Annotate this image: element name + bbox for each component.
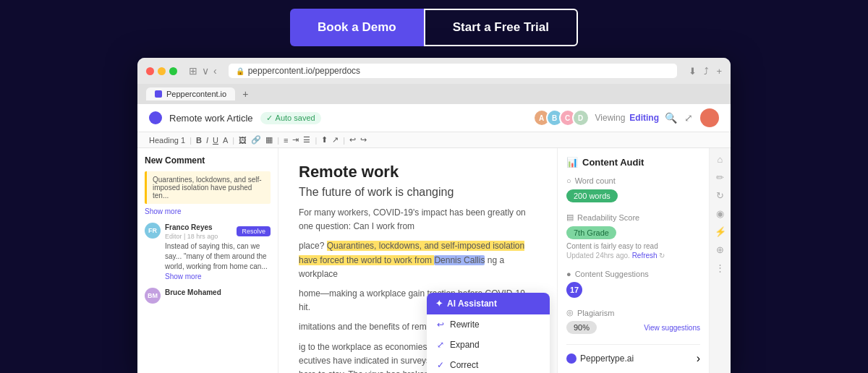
- right-panel-main: 📊 Content Audit ○ Word count 200 words ▤: [558, 148, 709, 373]
- view-suggestions-link[interactable]: View suggestions: [644, 324, 700, 332]
- ai-rewrite-item[interactable]: ↩ Rewrite: [427, 314, 550, 335]
- updated-note: Updated 24hrs ago. Refresh ↻: [566, 252, 700, 260]
- user-avatar[interactable]: [700, 108, 719, 127]
- share-doc-button[interactable]: ↗: [332, 135, 339, 145]
- view-edit-toggle: Viewing Editing: [595, 113, 659, 123]
- suggestions-section: ● Content Suggestions 17: [566, 270, 700, 298]
- strip-home-icon[interactable]: ⌂: [718, 154, 723, 165]
- refresh-link[interactable]: Refresh: [632, 252, 658, 260]
- suggestions-icon: ●: [566, 270, 571, 278]
- active-tab[interactable]: Peppercontent.io: [146, 87, 235, 100]
- search-icon[interactable]: 🔍: [665, 112, 677, 124]
- highlighted-text-blue: Dennis Callis: [434, 255, 485, 265]
- heading-style-selector[interactable]: Heading 1: [149, 136, 185, 145]
- circle-icon: ○: [566, 176, 571, 185]
- avatar-4: D: [572, 109, 590, 127]
- peppertype-row[interactable]: Peppertype.ai ›: [566, 344, 700, 365]
- editing-label[interactable]: Editing: [629, 113, 659, 123]
- strip-edit-icon[interactable]: ✏: [716, 172, 724, 183]
- expand-label: Expand: [450, 340, 480, 350]
- doc-subheading: The future of work is changing: [299, 186, 537, 199]
- peppertype-dot: [566, 353, 576, 364]
- address-bar[interactable]: 🔒 peppercontent.io/pepperdocs: [229, 64, 678, 78]
- close-button[interactable]: [146, 67, 154, 75]
- bold-button[interactable]: B: [196, 136, 202, 145]
- rewrite-label: Rewrite: [450, 320, 480, 330]
- traffic-lights: [146, 67, 177, 75]
- readability-grade-badge: 7th Grade: [566, 226, 616, 239]
- strip-more-icon[interactable]: ⋮: [715, 262, 725, 273]
- readability-note: Content is fairly easy to read: [566, 242, 700, 250]
- ai-expand-item[interactable]: ⤢ Expand: [427, 335, 550, 355]
- editor-main[interactable]: Remote work The future of work is changi…: [278, 148, 557, 373]
- panel-title-text: Content Audit: [582, 157, 644, 168]
- browser-window: ⊞ ∨ ‹ 🔒 peppercontent.io/pepperdocs ⬇ ⤴ …: [137, 58, 731, 373]
- start-trial-button[interactable]: Start a Free Trial: [424, 9, 578, 46]
- word-count-label: ○ Word count: [566, 176, 700, 185]
- new-tab-icon[interactable]: +: [716, 66, 722, 77]
- collaborators-row: A B C D Viewing Editing 🔍 ⤢: [533, 108, 719, 127]
- resolve-button[interactable]: Resolve: [237, 226, 271, 236]
- strip-audit-icon[interactable]: ⚡: [715, 226, 726, 237]
- url-text: peppercontent.io/pepperdocs: [248, 66, 360, 76]
- editor-title-row: Remote work Article ✓ Auto saved: [149, 111, 321, 124]
- rewrite-icon: ↩: [437, 320, 444, 330]
- word-count-section: ○ Word count 200 words: [566, 176, 700, 202]
- comment-quote: Quarantines, lockdowns, and self-imposed…: [145, 171, 271, 204]
- table-button[interactable]: ▦: [265, 135, 273, 145]
- minimize-button[interactable]: [158, 67, 166, 75]
- undo-button[interactable]: ↩: [349, 135, 356, 145]
- plagiarism-section: ◎ Plagiarism 90% View suggestions: [566, 308, 700, 334]
- strip-eye-icon[interactable]: ◉: [716, 208, 724, 219]
- editor-body: New Comment Quarantines, lockdowns, and …: [137, 148, 731, 373]
- italic-button[interactable]: I: [206, 136, 208, 145]
- ai-correct-item[interactable]: ✓ Correct: [427, 355, 550, 373]
- show-more-link[interactable]: Show more: [145, 207, 182, 215]
- commenter-name: Franco Reyes: [165, 223, 213, 231]
- browser-top-bar: ⊞ ∨ ‹ 🔒 peppercontent.io/pepperdocs ⬇ ⤴ …: [137, 58, 731, 84]
- browser-nav: ⊞ ∨ ‹: [189, 65, 217, 77]
- share-icon[interactable]: ⤴: [704, 66, 709, 77]
- strip-refresh-icon[interactable]: ↻: [716, 190, 724, 201]
- chevron-right-icon: ›: [697, 352, 700, 365]
- align-button[interactable]: ≡: [284, 136, 288, 145]
- show-more-link-2[interactable]: Show more: [165, 273, 202, 280]
- cta-bar: Book a Demo Start a Free Trial: [290, 9, 578, 46]
- back-icon[interactable]: ‹: [213, 65, 217, 77]
- audit-icon: 📊: [566, 157, 578, 168]
- suggestions-label: ● Content Suggestions: [566, 270, 700, 278]
- underline-button[interactable]: U: [213, 136, 218, 145]
- expand-icon[interactable]: ⤢: [684, 112, 693, 124]
- book-demo-button[interactable]: Book a Demo: [290, 9, 424, 46]
- font-color-button[interactable]: A: [223, 136, 228, 145]
- refresh-icon: ↻: [659, 252, 665, 260]
- new-tab-button[interactable]: +: [242, 88, 248, 100]
- indent-button[interactable]: ⇥: [292, 135, 299, 145]
- readability-section: ▤ Readability Score 7th Grade Content is…: [566, 213, 700, 260]
- redo-button[interactable]: ↪: [360, 135, 367, 145]
- plagiarism-label: ◎ Plagiarism: [566, 308, 700, 317]
- doc-heading: Remote work: [299, 163, 537, 181]
- comment-item-2: BM Bruce Mohamed: [145, 288, 271, 304]
- layout-icon[interactable]: ⊞: [189, 65, 197, 77]
- chevron-down-icon[interactable]: ∨: [202, 65, 209, 77]
- doc-para-2: place? Quarantines, lockdowns, and self-…: [299, 239, 537, 281]
- right-icon-strip: ⌂ ✏ ↻ ◉ ⚡ ⊕ ⋮: [709, 148, 731, 373]
- link-button[interactable]: 🔗: [251, 135, 261, 145]
- document-title: Remote work Article: [169, 113, 253, 124]
- browser-actions: ⬇ ⤴ +: [689, 66, 722, 77]
- download-icon[interactable]: ⬇: [689, 66, 697, 77]
- commenter-role: Editor | 18 hrs ago: [165, 233, 218, 240]
- list-button[interactable]: ☰: [303, 135, 310, 145]
- strip-share-icon[interactable]: ⊕: [716, 244, 724, 255]
- header-icons: 🔍 ⤢: [665, 108, 719, 127]
- plagiarism-value-badge: 90%: [566, 321, 597, 334]
- export-button[interactable]: ⬆: [321, 135, 328, 145]
- image-button[interactable]: 🖼: [239, 136, 247, 145]
- viewing-label[interactable]: Viewing: [595, 113, 626, 123]
- maximize-button[interactable]: [169, 67, 177, 75]
- correct-icon: ✓: [437, 360, 444, 370]
- ai-dropdown: ✦ AI Assistant ↩ Rewrite ⤢ Expand ✓ Corr…: [427, 293, 550, 373]
- panel-title: 📊 Content Audit: [566, 157, 700, 168]
- format-bar: Heading 1 | B I U A | 🖼 🔗 ▦ | ≡ ⇥ ☰ | ⬆ …: [137, 132, 731, 148]
